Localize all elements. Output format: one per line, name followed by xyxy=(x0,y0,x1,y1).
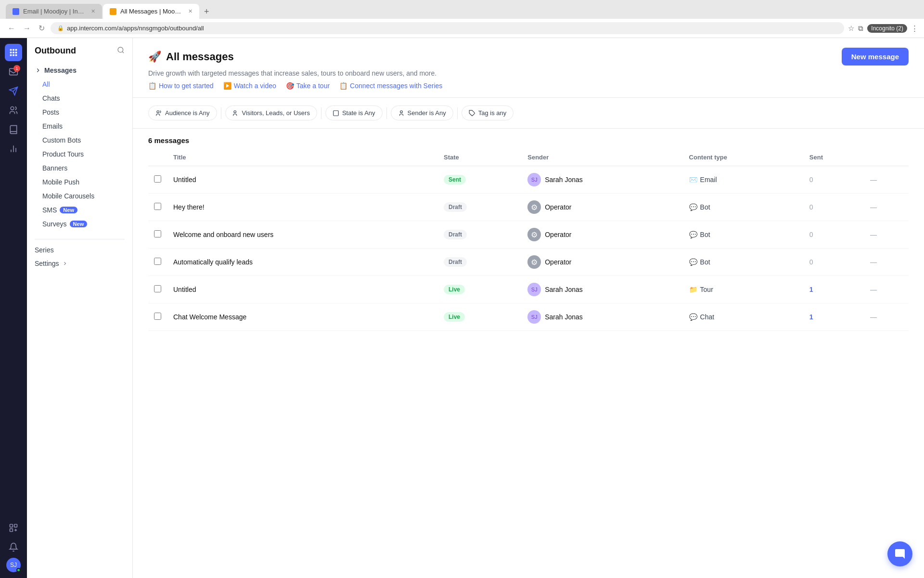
sender-name: Sarah Jonas xyxy=(545,313,583,321)
sidebar-item-product-tours[interactable]: Product Tours xyxy=(31,147,128,161)
sender-name: Sarah Jonas xyxy=(545,286,583,293)
sidebar-item-sms[interactable]: SMS New xyxy=(31,203,128,217)
page-title-icon: 🚀 xyxy=(148,51,161,63)
menu-button[interactable]: ⋮ xyxy=(911,24,918,33)
filter-visitors[interactable]: Visitors, Leads, or Users xyxy=(225,105,317,120)
sidebar: Outbound Messages All Chats Posts Emails xyxy=(27,38,133,578)
row-sent: 1 xyxy=(804,276,864,303)
row-checkbox[interactable] xyxy=(148,166,167,194)
table-row[interactable]: Untitled Sent SJ Sarah Jonas ✉️ Email 0 … xyxy=(148,166,909,194)
tab2-close[interactable]: ✕ xyxy=(188,8,192,14)
svg-point-22 xyxy=(400,110,402,113)
chat-bubble-button[interactable] xyxy=(887,541,912,566)
series-link[interactable]: 📋 Connect messages with Series xyxy=(339,82,442,90)
user-avatar[interactable]: SJ xyxy=(6,558,21,572)
rail-reports-icon[interactable] xyxy=(5,140,22,158)
row-extra: — xyxy=(864,249,909,276)
sms-new-badge: New xyxy=(60,207,77,213)
row-checkbox[interactable] xyxy=(148,303,167,331)
th-extra xyxy=(864,149,909,166)
tab1-close[interactable]: ✕ xyxy=(91,8,95,14)
main-header: 🚀 All messages New message Drive growth … xyxy=(133,38,924,98)
sidebar-item-custom-bots[interactable]: Custom Bots xyxy=(31,133,128,147)
rail-books-icon[interactable] xyxy=(5,121,22,138)
video-link[interactable]: ▶️ Watch a video xyxy=(223,82,276,90)
row-checkbox[interactable] xyxy=(148,276,167,303)
filter-audience[interactable]: Audience is Any xyxy=(148,105,217,120)
sidebar-settings[interactable]: Settings xyxy=(27,257,132,270)
sidebar-item-banners[interactable]: Banners xyxy=(31,161,128,175)
new-message-button[interactable]: New message xyxy=(842,48,909,66)
state-filter-label: State is Any xyxy=(342,109,375,117)
filter-sender[interactable]: Sender is Any xyxy=(391,105,453,120)
sidebar-item-surveys[interactable]: Surveys New xyxy=(31,217,128,231)
svg-point-19 xyxy=(157,110,159,113)
table-row[interactable]: Chat Welcome Message Live SJ Sarah Jonas… xyxy=(148,303,909,331)
forward-button[interactable]: → xyxy=(21,22,33,35)
new-tab-button[interactable]: + xyxy=(200,5,213,19)
split-view-button[interactable]: ⧉ xyxy=(858,24,863,33)
tab-1[interactable]: Email | Moodjoy | Intercom ✕ xyxy=(6,4,102,19)
row-content-type: 📁 Tour xyxy=(683,276,804,303)
tab2-favicon xyxy=(110,8,116,15)
filter-state[interactable]: State is Any xyxy=(325,105,383,120)
content-type-icon: ✉️ xyxy=(689,176,697,184)
filter-tag[interactable]: Tag is any xyxy=(462,105,514,120)
row-checkbox[interactable] xyxy=(148,194,167,221)
content-type-label: Bot xyxy=(700,203,710,211)
sender-avatar: SJ xyxy=(527,173,541,186)
sender-avatar: ⚙ xyxy=(527,200,541,214)
row-sent: 0 xyxy=(804,221,864,249)
rail-notifications-icon[interactable] xyxy=(5,539,22,556)
table-wrapper: Title State Sender Content type Sent Unt… xyxy=(133,149,924,331)
messages-count: 6 messages xyxy=(148,136,189,144)
how-to-link[interactable]: 📋 How to get started xyxy=(148,82,214,90)
tab-2[interactable]: All Messages | Moodjoy | Interc... ✕ xyxy=(103,4,199,19)
svg-rect-16 xyxy=(10,529,13,532)
sidebar-item-all[interactable]: All xyxy=(31,78,128,91)
svg-rect-4 xyxy=(13,52,14,53)
sidebar-item-chats[interactable]: Chats xyxy=(31,92,128,105)
rail-intercom-icon[interactable] xyxy=(5,44,22,61)
audience-filter-label: Audience is Any xyxy=(165,109,210,117)
row-title: Welcome and onboard new users xyxy=(167,221,438,249)
svg-rect-1 xyxy=(13,49,14,51)
sidebar-item-emails[interactable]: Emails xyxy=(31,119,128,133)
svg-rect-8 xyxy=(15,54,17,56)
rail-inbox-icon[interactable]: 1 xyxy=(5,63,22,80)
video-label: Watch a video xyxy=(234,82,276,90)
rail-contacts-icon[interactable] xyxy=(5,102,22,119)
address-text: app.intercom.com/a/apps/nnsgmgob/outboun… xyxy=(67,25,204,32)
sender-name: Operator xyxy=(545,231,571,238)
row-sent: 1 xyxy=(804,303,864,331)
chat-bubble-icon xyxy=(894,548,906,560)
table-row[interactable]: Hey there! Draft ⚙ Operator 💬 Bot 0 — xyxy=(148,194,909,221)
th-content-type: Content type xyxy=(683,149,804,166)
rail-apps-icon[interactable] xyxy=(5,519,22,537)
reload-button[interactable]: ↻ xyxy=(37,22,47,35)
row-checkbox[interactable] xyxy=(148,221,167,249)
tour-link[interactable]: 🎯 Take a tour xyxy=(286,82,330,90)
sidebar-item-mobile-carousels[interactable]: Mobile Carousels xyxy=(31,189,128,203)
sidebar-item-mobile-push[interactable]: Mobile Push xyxy=(31,175,128,189)
row-sender: SJ Sarah Jonas xyxy=(522,276,683,303)
address-bar[interactable]: 🔒 app.intercom.com/a/apps/nnsgmgob/outbo… xyxy=(51,22,844,34)
video-icon: ▶️ xyxy=(223,82,231,90)
rail-outbound-icon[interactable] xyxy=(5,82,22,100)
audience-filter-icon xyxy=(155,110,162,117)
sidebar-search-button[interactable] xyxy=(117,46,125,56)
messages-section-header[interactable]: Messages xyxy=(27,64,132,77)
row-checkbox[interactable] xyxy=(148,249,167,276)
bookmark-button[interactable]: ☆ xyxy=(848,24,854,33)
state-filter-icon xyxy=(333,110,339,117)
sidebar-series[interactable]: Series xyxy=(27,243,132,257)
table-row[interactable]: Automatically qualify leads Draft ⚙ Oper… xyxy=(148,249,909,276)
sidebar-item-posts[interactable]: Posts xyxy=(31,105,128,119)
series-label: Connect messages with Series xyxy=(350,82,442,90)
content-type-label: Tour xyxy=(700,286,713,293)
page-title-row: 🚀 All messages New message xyxy=(148,48,909,66)
row-sent: 0 xyxy=(804,194,864,221)
back-button[interactable]: ← xyxy=(6,22,17,35)
table-row[interactable]: Untitled Live SJ Sarah Jonas 📁 Tour 1 — xyxy=(148,276,909,303)
table-row[interactable]: Welcome and onboard new users Draft ⚙ Op… xyxy=(148,221,909,249)
